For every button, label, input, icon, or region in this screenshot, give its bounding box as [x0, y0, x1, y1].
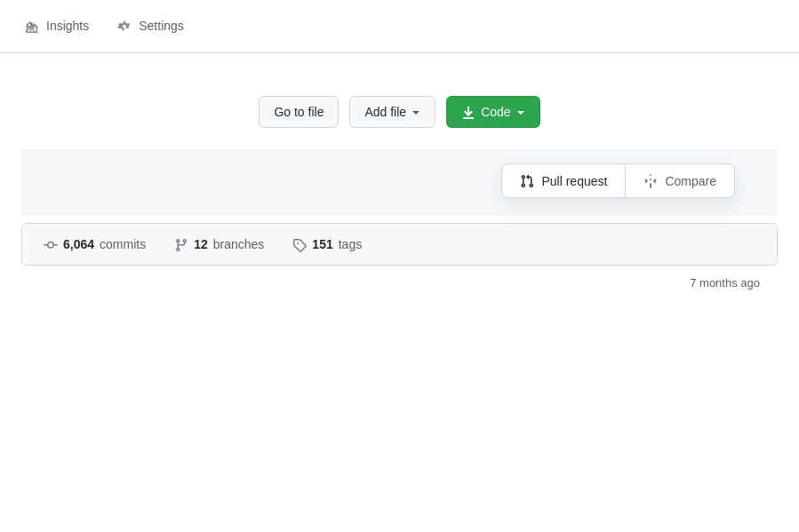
- branches-icon: [174, 236, 188, 251]
- pull-request-item[interactable]: Pull request: [502, 164, 626, 197]
- stats-bar: 6,064 commits 12 branches: [22, 224, 777, 264]
- commits-stat[interactable]: 6,064 commits: [44, 236, 146, 251]
- main-content: Go to file Add file Code: [0, 53, 799, 290]
- time-ago-row: 7 months ago: [21, 266, 778, 290]
- code-chevron-icon: [516, 105, 525, 119]
- branches-count: 12: [194, 237, 208, 251]
- pull-request-label: Pull request: [541, 174, 607, 188]
- go-to-file-button[interactable]: Go to file: [259, 96, 339, 128]
- compare-label: Compare: [665, 174, 716, 188]
- branches-stat[interactable]: 12 branches: [174, 236, 264, 251]
- code-button-label: Code: [481, 105, 510, 119]
- add-file-button[interactable]: Add file: [349, 96, 435, 128]
- settings-label: Settings: [139, 19, 184, 33]
- dropdown-section: Pull request Compare: [21, 149, 778, 216]
- go-to-file-label: Go to file: [274, 105, 324, 119]
- settings-nav-item[interactable]: Settings: [114, 12, 188, 41]
- tags-label: tags: [339, 237, 362, 251]
- tags-count: 151: [312, 237, 332, 251]
- add-file-chevron-icon: [411, 105, 420, 119]
- insights-label: Insights: [46, 19, 89, 33]
- insights-nav-item[interactable]: Insights: [21, 12, 92, 41]
- add-file-label: Add file: [364, 105, 406, 119]
- page-root: Insights Settings Go to file Add file: [0, 0, 799, 532]
- pull-request-icon: [520, 173, 534, 188]
- time-ago-text: 7 months ago: [690, 276, 760, 290]
- tags-icon: [292, 236, 307, 251]
- settings-icon: [117, 19, 132, 34]
- commits-count: 6,064: [63, 237, 94, 251]
- action-buttons-row: Go to file Add file Code: [21, 82, 778, 149]
- top-nav: Insights Settings: [0, 0, 799, 53]
- insights-icon: [25, 19, 39, 34]
- tags-stat[interactable]: 151 tags: [292, 236, 362, 251]
- compare-item[interactable]: Compare: [626, 164, 734, 197]
- stats-wrapper: 6,064 commits 12 branches: [21, 223, 778, 265]
- branches-label: branches: [213, 237, 265, 251]
- code-download-icon: [461, 104, 475, 119]
- code-button[interactable]: Code: [446, 96, 539, 128]
- commits-icon: [44, 236, 58, 251]
- commits-label: commits: [100, 237, 146, 251]
- compare-icon: [643, 173, 658, 188]
- dropdown-popup: Pull request Compare: [501, 163, 735, 198]
